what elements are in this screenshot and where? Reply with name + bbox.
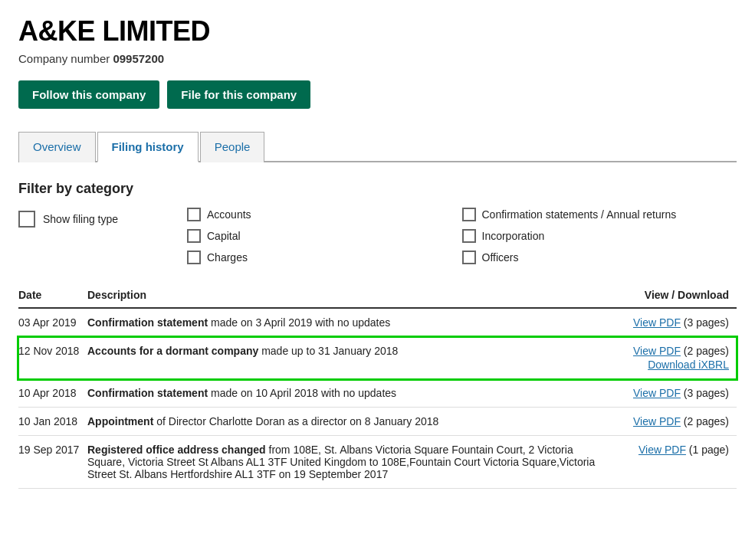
follow-company-button[interactable]: Follow this company (18, 80, 159, 109)
company-number-value: 09957200 (113, 52, 164, 65)
table-row: 19 Sep 2017Registered office address cha… (18, 436, 737, 489)
filter-categories-left: Accounts Capital Charges (187, 208, 462, 264)
col-header-view: View / Download (614, 283, 737, 308)
filing-view-download: View PDF (3 pages) (614, 308, 737, 337)
filing-view-download: View PDF (1 page) (614, 436, 737, 489)
pdf-pages: (1 page) (686, 444, 729, 456)
filter-title: Filter by category (18, 181, 737, 197)
filing-description-bold: Confirmation statement (87, 316, 208, 329)
view-pdf-link[interactable]: View PDF (633, 387, 681, 399)
view-links-container: View PDF (3 pages) (614, 387, 729, 399)
filter-charges-checkbox[interactable] (187, 251, 201, 264)
view-pdf-link[interactable]: View PDF (633, 415, 681, 427)
filing-view-download: View PDF (2 pages) (614, 408, 737, 436)
filter-capital: Capital (187, 229, 462, 243)
filter-accounts: Accounts (187, 208, 462, 221)
table-header-row: Date Description View / Download (18, 283, 737, 308)
company-number: Company number 09957200 (18, 52, 737, 65)
filter-incorporation: Incorporation (462, 229, 737, 243)
company-name: A&KE LIMITED (18, 15, 737, 47)
download-ixbrl-link[interactable]: Download iXBRL (648, 359, 729, 371)
pdf-pages: (2 pages) (681, 415, 729, 427)
filter-officers: Officers (462, 251, 737, 264)
view-pdf-line: View PDF (2 pages) (633, 415, 729, 427)
filing-description: Confirmation statement made on 3 April 2… (87, 308, 614, 337)
col-header-date: Date (18, 283, 87, 308)
tab-people[interactable]: People (200, 132, 265, 162)
filter-capital-checkbox[interactable] (187, 229, 201, 243)
filing-date: 03 Apr 2019 (18, 308, 87, 337)
filing-description-bold: Confirmation statement (87, 387, 208, 399)
view-links-container: View PDF (2 pages) (614, 415, 729, 427)
filing-date: 10 Jan 2018 (18, 408, 87, 436)
filter-officers-checkbox[interactable] (462, 251, 476, 264)
filter-grid: Show filing type Accounts Capital Charge… (18, 208, 737, 264)
pdf-pages: (3 pages) (681, 316, 729, 329)
filter-charges: Charges (187, 251, 462, 264)
filing-view-download: View PDF (2 pages)Download iXBRL (614, 337, 737, 379)
action-buttons: Follow this company File for this compan… (18, 80, 737, 109)
show-filing-type-checkbox[interactable] (18, 211, 35, 228)
filing-view-download: View PDF (3 pages) (614, 379, 737, 408)
filing-date: 12 Nov 2018 (18, 337, 87, 379)
view-links-container: View PDF (3 pages) (614, 316, 729, 329)
file-for-company-button[interactable]: File for this company (167, 80, 310, 109)
table-row: 10 Apr 2018Confirmation statement made o… (18, 379, 737, 408)
filing-description: Confirmation statement made on 10 April … (87, 379, 614, 408)
view-pdf-line: View PDF (3 pages) (633, 387, 729, 399)
view-pdf-link[interactable]: View PDF (633, 345, 681, 357)
filing-description-bold: Accounts for a dormant company (87, 345, 258, 357)
filing-description: Accounts for a dormant company made up t… (87, 337, 614, 379)
filter-confirmation: Confirmation statements / Annual returns (462, 208, 737, 221)
table-row: 10 Jan 2018Appointment of Director Charl… (18, 408, 737, 436)
filter-incorporation-checkbox[interactable] (462, 229, 476, 243)
show-filing-type-label: Show filing type (43, 213, 118, 225)
filing-description: Appointment of Director Charlotte Doran … (87, 408, 614, 436)
tab-filing-history[interactable]: Filing history (97, 132, 199, 162)
filing-date: 19 Sep 2017 (18, 436, 87, 489)
view-links-container: View PDF (1 page) (614, 444, 729, 456)
filing-date: 10 Apr 2018 (18, 379, 87, 408)
table-row: 12 Nov 2018Accounts for a dormant compan… (18, 337, 737, 379)
filter-section: Filter by category Show filing type Acco… (18, 181, 737, 264)
view-pdf-link[interactable]: View PDF (633, 316, 681, 329)
filing-description-bold: Registered office address changed (87, 444, 266, 456)
filing-description-bold: Appointment (87, 415, 153, 427)
view-pdf-line: View PDF (1 page) (638, 444, 729, 456)
filter-categories-right: Confirmation statements / Annual returns… (462, 208, 737, 264)
col-header-description: Description (87, 283, 614, 308)
view-links-container: View PDF (2 pages)Download iXBRL (614, 345, 729, 371)
tabs-nav: Overview Filing history People (18, 130, 737, 162)
show-filing-type: Show filing type (18, 208, 187, 228)
view-pdf-line: View PDF (3 pages) (633, 316, 729, 329)
pdf-pages: (3 pages) (681, 387, 729, 399)
filing-description: Registered office address changed from 1… (87, 436, 614, 489)
table-row: 03 Apr 2019Confirmation statement made o… (18, 308, 737, 337)
view-pdf-line: View PDF (2 pages) (633, 345, 729, 357)
filing-table: Date Description View / Download 03 Apr … (18, 283, 737, 489)
pdf-pages: (2 pages) (681, 345, 729, 357)
tab-overview[interactable]: Overview (18, 132, 96, 162)
filter-confirmation-checkbox[interactable] (462, 208, 476, 221)
filter-accounts-checkbox[interactable] (187, 208, 201, 221)
view-pdf-link[interactable]: View PDF (638, 444, 686, 456)
